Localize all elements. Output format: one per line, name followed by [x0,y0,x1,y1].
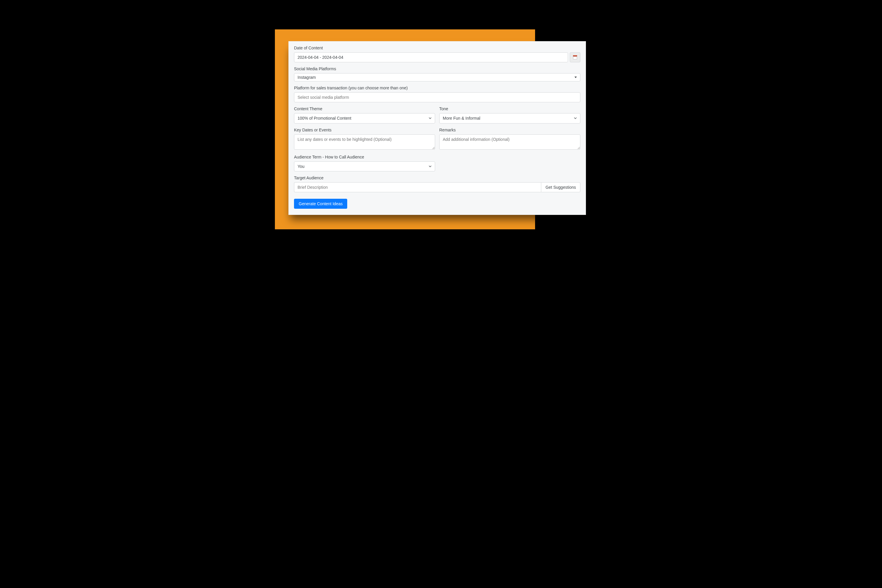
audience-term-select[interactable]: You [294,161,435,171]
platforms-select[interactable]: Instagram [294,73,580,81]
calendar-icon [573,55,577,59]
label-platforms: Social Media Platforms [294,66,580,71]
get-suggestions-button[interactable]: Get Suggestions [541,182,580,192]
date-of-content-input[interactable] [294,52,568,62]
remarks-textarea[interactable] [439,134,580,150]
label-remarks: Remarks [439,128,580,132]
calendar-button[interactable] [570,52,580,62]
group-key-dates: Key Dates or Events [294,128,435,150]
group-content-theme: Content Theme 100% of Promotional Conten… [294,106,435,123]
group-date-of-content: Date of Content [294,46,580,62]
content-theme-select[interactable]: 100% of Promotional Content [294,113,435,123]
label-audience-term: Audience Term - How to Call Audience [294,154,435,159]
group-audience-term: Audience Term - How to Call Audience You [294,154,435,171]
label-content-theme: Content Theme [294,106,435,111]
group-target-audience: Target Audience Get Suggestions [294,176,580,192]
target-audience-input[interactable] [294,182,541,192]
tone-select[interactable]: More Fun & Informal [439,113,580,123]
key-dates-textarea[interactable] [294,134,435,150]
label-tone: Tone [439,106,580,111]
group-remarks: Remarks [439,128,580,150]
content-form-card: Date of Content Social Media Platforms I… [288,41,586,215]
label-target-audience: Target Audience [294,176,580,180]
generate-content-ideas-button[interactable]: Generate Content Ideas [294,199,347,209]
group-tone: Tone More Fun & Informal [439,106,580,123]
label-date-of-content: Date of Content [294,46,580,50]
label-sales-platform: Platform for sales transaction (you can … [294,86,580,90]
group-sales-platform: Platform for sales transaction (you can … [294,86,580,102]
label-key-dates: Key Dates or Events [294,128,435,132]
sales-platform-input[interactable] [294,92,580,102]
group-platforms: Social Media Platforms Instagram [294,66,580,81]
